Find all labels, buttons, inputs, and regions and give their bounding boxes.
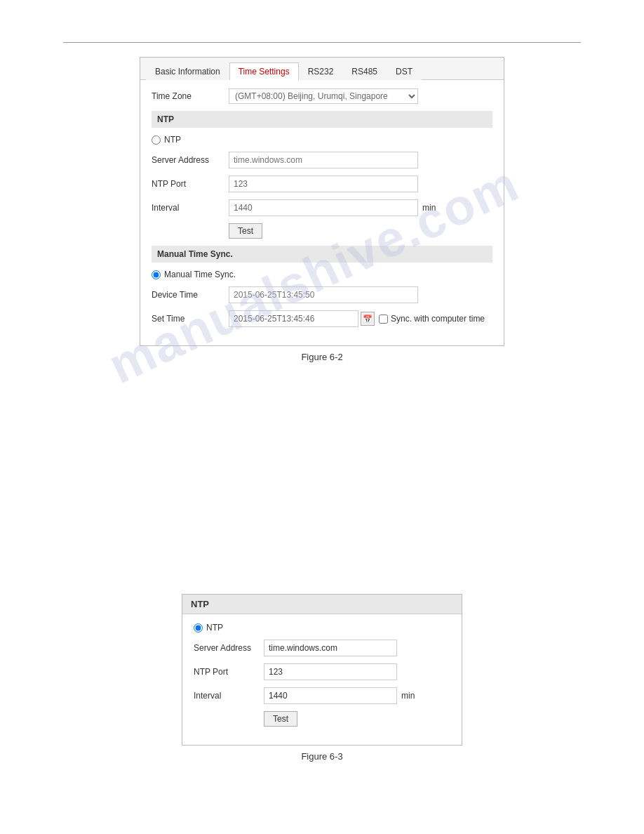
sync-checkbox[interactable]	[379, 315, 388, 324]
fig2-ntp-radio-label: NTP	[206, 623, 223, 633]
figure2-panel-body: NTP Server Address NTP Port Interval min	[182, 614, 462, 745]
figure1-panel: Basic Information Time Settings RS232 RS…	[140, 57, 504, 346]
top-line	[63, 42, 581, 43]
fig2-ntp-port-label: NTP Port	[194, 667, 264, 677]
tab-bar: Basic Information Time Settings RS232 RS…	[140, 58, 504, 80]
fig2-test-button[interactable]: Test	[264, 711, 297, 727]
figure2-header: NTP	[182, 595, 462, 614]
test-button[interactable]: Test	[229, 223, 262, 239]
manual-radio-label: Manual Time Sync.	[164, 270, 236, 279]
figure1-panel-body: Time Zone (GMT+08:00) Beijing, Urumqi, S…	[140, 80, 504, 345]
server-address-input[interactable]	[229, 152, 418, 168]
figure2-panel: NTP NTP Server Address NTP Port	[182, 594, 462, 746]
figure1-caption: Figure 6-2	[301, 352, 342, 362]
fig2-interval-row: Interval min	[194, 687, 450, 704]
tab-rs485[interactable]: RS485	[342, 62, 387, 80]
fig2-test-button-row: Test	[264, 711, 450, 727]
set-time-input[interactable]	[229, 310, 358, 327]
test-button-row: Test	[229, 223, 492, 239]
ntp-radio-label: NTP	[164, 135, 181, 145]
calendar-icon[interactable]: 📅	[361, 312, 375, 326]
blank-space	[63, 411, 581, 594]
fig2-server-address-row: Server Address	[194, 640, 450, 656]
set-time-row: Set Time 📅 Sync. with computer time	[152, 310, 492, 327]
interval-label: Interval	[152, 203, 229, 213]
fig2-server-address-input[interactable]	[264, 640, 397, 656]
timezone-row: Time Zone (GMT+08:00) Beijing, Urumqi, S…	[152, 88, 492, 104]
timezone-label: Time Zone	[152, 91, 229, 101]
fig2-server-address-label: Server Address	[194, 643, 264, 653]
tab-rs232[interactable]: RS232	[299, 62, 343, 80]
figure2-wrap: NTP NTP Server Address NTP Port	[63, 594, 581, 762]
manual-radio[interactable]	[152, 270, 161, 279]
manual-section-header: Manual Time Sync.	[152, 246, 492, 263]
interval-input[interactable]	[229, 199, 418, 216]
page-container: manualshive.com Basic Information Time S…	[0, 0, 644, 834]
device-time-input[interactable]	[229, 286, 418, 303]
fig2-ntp-port-row: NTP Port	[194, 663, 450, 680]
sync-checkbox-row: Sync. with computer time	[379, 314, 485, 324]
interval-row: Interval min	[152, 199, 492, 216]
fig2-interval-unit: min	[401, 691, 415, 701]
ntp-port-input[interactable]	[229, 176, 418, 192]
device-time-row: Device Time	[152, 286, 492, 303]
ntp-radio[interactable]	[152, 135, 161, 145]
tab-basic-information[interactable]: Basic Information	[146, 62, 229, 80]
fig2-interval-input[interactable]	[264, 687, 397, 704]
spacer	[63, 383, 581, 411]
tab-time-settings[interactable]: Time Settings	[229, 62, 299, 80]
tab-dst[interactable]: DST	[387, 62, 422, 80]
sync-label: Sync. with computer time	[391, 314, 485, 324]
fig2-ntp-radio-row: NTP	[194, 623, 450, 633]
server-address-row: Server Address	[152, 152, 492, 168]
fig2-ntp-port-input[interactable]	[264, 663, 397, 680]
fig2-ntp-radio[interactable]	[194, 623, 203, 633]
ntp-port-label: NTP Port	[152, 179, 229, 189]
ntp-radio-row: NTP	[152, 135, 492, 145]
ntp-port-row: NTP Port	[152, 176, 492, 192]
ntp-section-header: NTP	[152, 111, 492, 128]
figure1-wrap: Basic Information Time Settings RS232 RS…	[63, 57, 581, 362]
fig2-interval-label: Interval	[194, 691, 264, 701]
server-address-label: Server Address	[152, 155, 229, 165]
manual-radio-row: Manual Time Sync.	[152, 270, 492, 279]
set-time-label: Set Time	[152, 314, 229, 324]
interval-unit: min	[422, 203, 436, 213]
timezone-select[interactable]: (GMT+08:00) Beijing, Urumqi, Singapore	[229, 88, 418, 104]
figure2-caption: Figure 6-3	[301, 751, 342, 762]
device-time-label: Device Time	[152, 290, 229, 300]
